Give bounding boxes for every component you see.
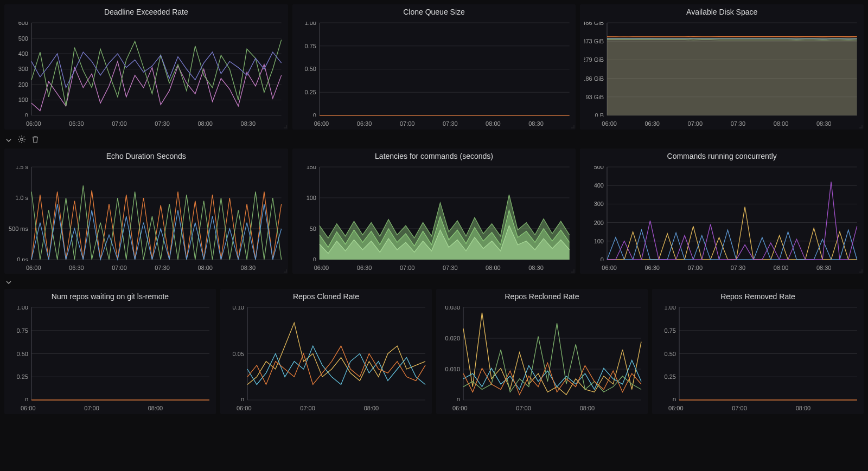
- panel-deadline-exceeded[interactable]: Deadline Exceeded Rate 01002003004005006…: [4, 4, 288, 130]
- panel-clone-queue[interactable]: Clone Queue Size 00.250.500.751.00 06:00…: [292, 4, 576, 130]
- svg-text:100: 100: [18, 96, 28, 103]
- dashboard-row-2: Echo Duration Seconds 0 ns500 ms1.0 s1.5…: [4, 149, 864, 274]
- svg-text:1.00: 1.00: [17, 306, 28, 311]
- dashboard-row-1: Deadline Exceeded Rate 01002003004005006…: [4, 4, 864, 130]
- panel-title: Available Disk Space: [584, 8, 859, 16]
- dashboard-row-3: Num repos waiting on git ls-remote 00.25…: [4, 289, 864, 414]
- svg-text:1.5 s: 1.5 s: [15, 166, 28, 170]
- panel-ls-remote[interactable]: Num repos waiting on git ls-remote 00.25…: [4, 289, 216, 414]
- svg-text:50: 50: [309, 225, 316, 232]
- chart-canvas: 00.250.500.751.00: [297, 22, 572, 117]
- svg-text:0: 0: [673, 397, 676, 401]
- x-axis: 06:0007:0008:00: [668, 405, 859, 411]
- panel-title: Repos Recloned Rate: [441, 292, 643, 301]
- panel-title: Clone Queue Size: [297, 8, 572, 16]
- svg-text:0 ns: 0 ns: [17, 256, 28, 261]
- svg-text:0 B: 0 B: [595, 112, 604, 117]
- svg-text:300: 300: [594, 201, 604, 207]
- x-axis: 06:0006:3007:0007:3008:0008:30: [602, 264, 859, 271]
- gear-icon[interactable]: [17, 135, 26, 145]
- svg-text:0.50: 0.50: [304, 66, 316, 72]
- svg-text:0.05: 0.05: [233, 351, 244, 357]
- svg-text:150: 150: [306, 166, 316, 170]
- panel-title: Deadline Exceeded Rate: [9, 8, 284, 16]
- svg-text:0: 0: [25, 112, 28, 117]
- panel-disk-space[interactable]: Available Disk Space 0 B93 GiB186 GiB279…: [580, 4, 864, 130]
- svg-text:0.10: 0.10: [233, 306, 244, 311]
- resize-handle-icon[interactable]: [284, 125, 287, 128]
- x-axis: 06:0006:3007:0007:3008:0008:30: [314, 120, 572, 127]
- svg-text:0.25: 0.25: [665, 373, 676, 380]
- row-header: [4, 132, 864, 149]
- svg-text:0.75: 0.75: [665, 327, 676, 334]
- svg-text:500 ms: 500 ms: [9, 225, 28, 232]
- panel-cloned-rate[interactable]: Repos Cloned Rate 00.050.10 06:0007:0008…: [220, 289, 432, 414]
- chart-canvas: 0 ns500 ms1.0 s1.5 s: [9, 166, 284, 261]
- chart-canvas: 00.050.10: [225, 306, 427, 401]
- svg-text:400: 400: [18, 50, 28, 57]
- x-axis: 06:0007:0008:00: [237, 405, 427, 411]
- svg-text:373 GiB: 373 GiB: [584, 38, 604, 44]
- chart-canvas: 0 B93 GiB186 GiB279 GiB373 GiB466 GiB: [584, 22, 859, 117]
- chart-canvas: 00.250.500.751.00: [9, 306, 212, 401]
- panel-commands-concurrent[interactable]: Commands running concurrently 0100200300…: [580, 149, 864, 274]
- panel-title: Repos Cloned Rate: [225, 292, 427, 301]
- resize-handle-icon[interactable]: [859, 125, 863, 128]
- chart-canvas: 0100200300400500600: [9, 22, 284, 117]
- panel-recloned-rate[interactable]: Repos Recloned Rate 00.0100.0200.030 06:…: [436, 289, 648, 414]
- svg-text:0: 0: [313, 112, 316, 117]
- svg-text:1.00: 1.00: [304, 22, 316, 26]
- chart-canvas: 00.250.500.751.00: [656, 306, 859, 401]
- svg-text:0: 0: [313, 256, 316, 261]
- resize-handle-icon[interactable]: [284, 269, 287, 273]
- svg-text:200: 200: [594, 220, 604, 226]
- svg-text:0.75: 0.75: [17, 327, 28, 334]
- chevron-down-icon[interactable]: [5, 279, 12, 286]
- svg-text:0: 0: [457, 397, 460, 401]
- svg-text:0.75: 0.75: [304, 43, 316, 49]
- svg-text:0: 0: [601, 256, 604, 261]
- svg-text:300: 300: [18, 66, 28, 72]
- x-axis: 06:0006:3007:0007:3008:0008:30: [26, 264, 284, 271]
- svg-text:0.25: 0.25: [17, 373, 28, 380]
- svg-text:0.50: 0.50: [665, 351, 676, 357]
- svg-text:0.020: 0.020: [445, 335, 460, 341]
- panel-echo-duration[interactable]: Echo Duration Seconds 0 ns500 ms1.0 s1.5…: [4, 149, 288, 274]
- svg-text:1.0 s: 1.0 s: [15, 195, 28, 201]
- chart-canvas: 00.0100.0200.030: [441, 306, 643, 401]
- svg-text:0: 0: [25, 397, 28, 401]
- panel-latencies[interactable]: Latencies for commands (seconds) 0501001…: [292, 149, 576, 274]
- x-axis: 06:0006:3007:0007:3008:0008:30: [26, 120, 284, 127]
- panel-title: Repos Removed Rate: [656, 292, 859, 301]
- resize-handle-icon[interactable]: [571, 125, 575, 128]
- svg-text:0.50: 0.50: [17, 351, 28, 357]
- svg-text:466 GiB: 466 GiB: [584, 22, 604, 26]
- svg-text:93 GiB: 93 GiB: [586, 94, 604, 100]
- x-axis: 06:0006:3007:0007:3008:0008:30: [314, 264, 572, 271]
- row-header: [4, 276, 864, 289]
- svg-text:100: 100: [306, 195, 316, 201]
- resize-handle-icon[interactable]: [571, 269, 575, 273]
- panel-title: Echo Duration Seconds: [9, 152, 284, 160]
- svg-text:200: 200: [18, 81, 28, 88]
- svg-text:100: 100: [594, 238, 604, 244]
- trash-icon[interactable]: [31, 136, 39, 145]
- panel-title: Commands running concurrently: [584, 152, 859, 160]
- x-axis: 06:0006:3007:0007:3008:0008:30: [602, 120, 859, 127]
- chart-canvas: 0100200300400500: [584, 166, 859, 261]
- chart-canvas: 050100150: [297, 166, 572, 261]
- chevron-down-icon[interactable]: [5, 137, 12, 144]
- svg-text:0.030: 0.030: [445, 306, 460, 311]
- x-axis: 06:0007:0008:00: [21, 405, 212, 411]
- resize-handle-icon[interactable]: [859, 269, 863, 273]
- panel-removed-rate[interactable]: Repos Removed Rate 00.250.500.751.00 06:…: [652, 289, 864, 414]
- svg-text:400: 400: [594, 182, 604, 189]
- panel-title: Num repos waiting on git ls-remote: [9, 292, 212, 301]
- svg-text:500: 500: [18, 35, 28, 42]
- svg-text:0.25: 0.25: [304, 89, 316, 95]
- svg-text:279 GiB: 279 GiB: [584, 56, 604, 63]
- panel-title: Latencies for commands (seconds): [297, 152, 572, 160]
- svg-point-39: [21, 138, 23, 140]
- svg-text:186 GiB: 186 GiB: [584, 75, 604, 82]
- svg-text:0.010: 0.010: [445, 366, 460, 372]
